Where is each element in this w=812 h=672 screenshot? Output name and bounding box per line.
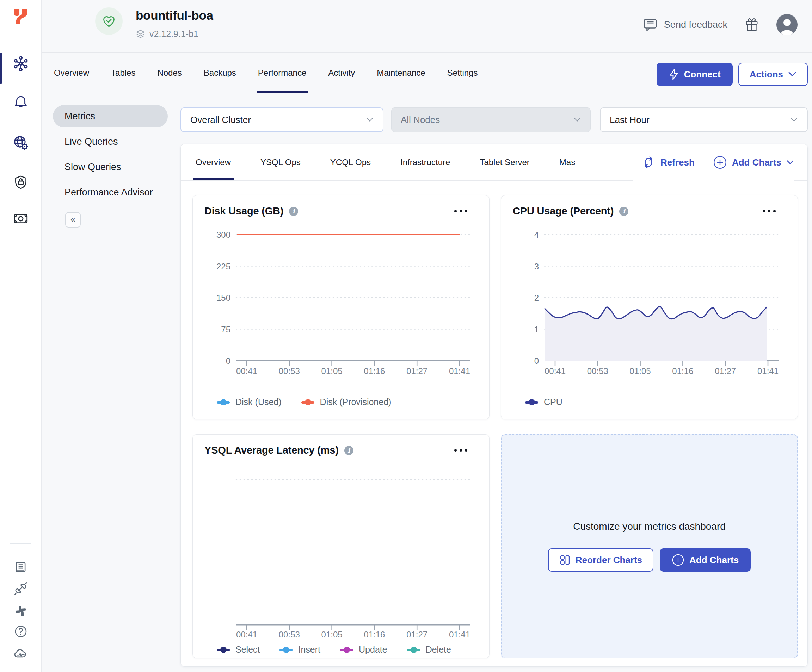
svg-text:00:41: 00:41: [236, 366, 257, 376]
metrics-tab-infrastructure[interactable]: Infrastructure: [400, 144, 450, 180]
slack-hash-icon: [14, 605, 27, 618]
status-icon[interactable]: [13, 645, 29, 662]
tab-performance[interactable]: Performance: [258, 53, 306, 93]
svg-text:01:27: 01:27: [406, 366, 428, 376]
tab-tables[interactable]: Tables: [111, 53, 135, 93]
slack-icon[interactable]: [13, 603, 29, 619]
plug-icon: [14, 582, 28, 595]
refresh-button[interactable]: Refresh: [641, 155, 694, 170]
node-scope-value: All Nodes: [401, 114, 440, 125]
chart-menu-button[interactable]: [454, 208, 468, 214]
add-charts-dropdown-button[interactable]: Add Charts: [713, 155, 794, 169]
active-nav-indicator: [0, 53, 2, 84]
nav-clusters-icon[interactable]: [13, 56, 29, 72]
gift-icon: [744, 17, 759, 32]
nav-billing-icon[interactable]: [13, 211, 29, 227]
sidebar-item-live-queries[interactable]: Live Queries: [53, 130, 168, 153]
metrics-tab-master-server[interactable]: Mas: [559, 144, 575, 180]
chart-card-disk-usage: Disk Usage (GB) i 07515022530000:4100:53…: [193, 195, 490, 420]
legend-item[interactable]: Insert: [280, 645, 321, 655]
globe-gear-icon: [13, 134, 29, 151]
cluster-icon: [13, 56, 29, 72]
whats-new-button[interactable]: [744, 17, 759, 32]
svg-text:01:16: 01:16: [672, 366, 693, 376]
time-range-value: Last Hour: [610, 114, 650, 125]
node-scope-dropdown[interactable]: All Nodes: [391, 107, 591, 132]
svg-text:01:16: 01:16: [364, 630, 385, 639]
legend-item[interactable]: Select: [217, 645, 260, 655]
chart-menu-button[interactable]: [762, 208, 776, 214]
integrations-icon[interactable]: [13, 580, 29, 597]
svg-text:1: 1: [534, 325, 539, 334]
legend-label: CPU: [544, 397, 563, 407]
tab-maintenance[interactable]: Maintenance: [377, 53, 425, 93]
info-icon[interactable]: i: [619, 207, 628, 216]
collapse-sidebar-button[interactable]: «: [65, 212, 81, 228]
legend-label: Disk (Used): [235, 397, 281, 407]
legend-marker: [280, 646, 293, 653]
metrics-tab-ycql-ops[interactable]: YCQL Ops: [330, 144, 371, 180]
legend-label: Select: [235, 645, 260, 655]
help-icon[interactable]: [13, 623, 29, 640]
nav-alerts-icon[interactable]: [13, 94, 29, 110]
legend-item[interactable]: Disk (Provisioned): [301, 397, 392, 407]
sidebar-item-performance-advisor[interactable]: Performance Advisor: [53, 181, 168, 204]
money-icon: [13, 211, 29, 226]
add-charts-button[interactable]: Add Charts: [660, 548, 751, 572]
time-range-dropdown[interactable]: Last Hour: [600, 107, 808, 132]
svg-text:75: 75: [221, 325, 230, 334]
nav-security-icon[interactable]: [13, 174, 29, 190]
book-icon: [14, 561, 27, 574]
app-root: bountiful-boa v2.12.9.1-b1 Send feedback: [0, 0, 812, 672]
legend-item[interactable]: Update: [340, 645, 387, 655]
cluster-version: v2.12.9.1-b1: [136, 29, 198, 39]
sidebar-item-slow-queries[interactable]: Slow Queries: [53, 156, 168, 178]
version-text: v2.12.9.1-b1: [149, 29, 198, 39]
legend-item[interactable]: Delete: [407, 645, 451, 655]
tab-nodes[interactable]: Nodes: [157, 53, 181, 93]
chevron-down-icon: [788, 71, 797, 77]
actions-label: Actions: [750, 69, 783, 80]
info-icon[interactable]: i: [289, 207, 298, 216]
chevron-down-icon: [573, 117, 581, 122]
double-chevron-left-icon: «: [70, 214, 75, 225]
svg-text:01:27: 01:27: [715, 366, 736, 376]
user-avatar[interactable]: [776, 14, 798, 36]
svg-text:01:16: 01:16: [364, 366, 385, 376]
svg-text:00:41: 00:41: [544, 366, 566, 376]
tab-settings[interactable]: Settings: [447, 53, 478, 93]
nav-network-settings-icon[interactable]: [13, 134, 29, 151]
cluster-actions: Connect Actions: [657, 63, 808, 86]
svg-text:150: 150: [217, 293, 230, 303]
chart-title: YSQL Average Latency (ms): [205, 444, 339, 456]
legend-item[interactable]: CPU: [525, 397, 563, 407]
tab-overview[interactable]: Overview: [54, 53, 89, 93]
legend-item[interactable]: Disk (Used): [217, 397, 281, 407]
info-icon[interactable]: i: [344, 446, 353, 455]
tab-backups[interactable]: Backups: [204, 53, 236, 93]
avatar-icon: [776, 14, 798, 36]
chevron-down-icon: [366, 117, 374, 122]
send-feedback-button[interactable]: Send feedback: [643, 18, 727, 32]
metrics-tab-tablet-server[interactable]: Tablet Server: [479, 144, 529, 180]
actions-button[interactable]: Actions: [739, 63, 808, 86]
metrics-tab-ysql-ops[interactable]: YSQL Ops: [261, 144, 300, 180]
customize-dashboard-panel: Customize your metrics dashboard Reorder…: [501, 434, 798, 658]
connect-button[interactable]: Connect: [657, 63, 733, 86]
svg-text:00:53: 00:53: [587, 366, 608, 376]
metrics-tab-overview[interactable]: Overview: [196, 144, 231, 180]
svg-text:01:41: 01:41: [449, 366, 470, 376]
svg-text:01:41: 01:41: [757, 366, 778, 376]
customize-title: Customize your metrics dashboard: [573, 521, 726, 532]
tab-activity[interactable]: Activity: [328, 53, 355, 93]
reorder-charts-label: Reorder Charts: [575, 555, 642, 566]
chart-menu-button[interactable]: [454, 447, 468, 454]
reorder-charts-button[interactable]: Reorder Charts: [548, 548, 653, 572]
plus-circle-icon: [713, 155, 727, 169]
legend-marker: [217, 646, 230, 653]
yugabyte-logo[interactable]: [9, 5, 32, 28]
docs-icon[interactable]: [13, 559, 29, 575]
legend-label: Disk (Provisioned): [320, 397, 392, 407]
cluster-scope-dropdown[interactable]: Overall Cluster: [181, 107, 384, 132]
sidebar-item-metrics[interactable]: Metrics: [53, 105, 168, 128]
